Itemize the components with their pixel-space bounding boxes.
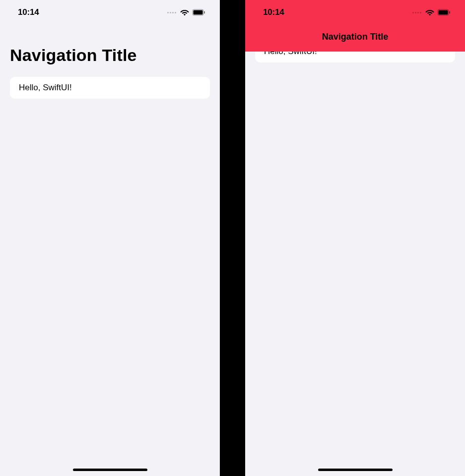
list-item-label: Hello, SwiftUI! (19, 83, 72, 92)
status-time: 10:14 (263, 7, 284, 17)
wifi-icon (425, 9, 434, 16)
status-bar: 10:14 (0, 0, 220, 22)
nav-title: Navigation Title (322, 32, 389, 42)
phone-screen-right: 10:14 Navigation Title Hello, SwiftUI! (245, 0, 465, 476)
cellular-dots-icon (412, 12, 421, 13)
list-content[interactable]: Hello, SwiftUI! (0, 69, 220, 99)
nav-large-title-area: Navigation Title (0, 22, 220, 69)
cellular-dots-icon (167, 12, 176, 13)
nav-inline-title-row: Navigation Title (245, 32, 465, 42)
phone-screen-left: 10:14 Navigation Title Hello, SwiftUI! (0, 0, 220, 476)
home-indicator[interactable] (318, 469, 393, 471)
status-icons (412, 9, 451, 16)
svg-rect-2 (204, 11, 205, 14)
wifi-icon (180, 9, 189, 16)
svg-rect-4 (439, 10, 448, 15)
battery-icon (192, 9, 206, 16)
nav-title: Navigation Title (10, 46, 210, 65)
home-indicator[interactable] (73, 469, 147, 471)
svg-rect-5 (449, 11, 450, 14)
list-item[interactable]: Hello, SwiftUI! (10, 77, 210, 99)
battery-icon (437, 9, 451, 16)
svg-rect-1 (194, 10, 203, 15)
status-time: 10:14 (18, 7, 39, 17)
screen-divider (220, 0, 245, 476)
status-icons (167, 9, 206, 16)
status-bar: 10:14 (245, 0, 465, 22)
